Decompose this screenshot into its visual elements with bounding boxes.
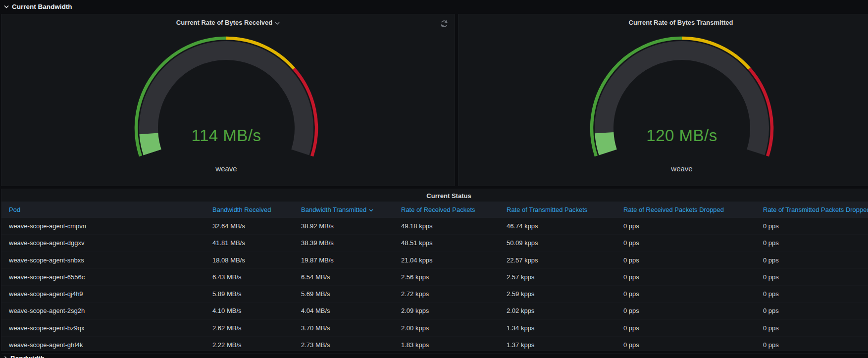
table-row: weave-scope-agent-dggxv41.81 MB/s38.39 M… bbox=[1, 235, 868, 252]
pod-cell: weave-scope-agent-2sg2h bbox=[1, 307, 205, 314]
pod-link[interactable]: weave-scope-agent-snbxs bbox=[9, 256, 84, 264]
table-row: weave-scope-agent-ghf4k2.22 MB/s2.73 MB/… bbox=[1, 337, 868, 354]
value-cell: 38.39 MB/s bbox=[294, 239, 394, 247]
pod-link[interactable]: weave-scope-agent-qj4h9 bbox=[9, 290, 83, 298]
value-cell: 2.56 kpps bbox=[394, 273, 499, 281]
value-cell: 0 pps bbox=[756, 256, 868, 264]
section-header-bandwidth[interactable]: Bandwidth bbox=[4, 355, 45, 358]
pod-link[interactable]: weave-scope-agent-6556c bbox=[9, 273, 85, 281]
column-header-pod[interactable]: Pod bbox=[1, 206, 205, 213]
value-cell: 49.18 kpps bbox=[394, 222, 499, 230]
value-cell: 2.72 kpps bbox=[394, 290, 499, 298]
table-row: weave-scope-agent-cmpvn32.64 MB/s38.92 M… bbox=[1, 218, 868, 235]
value-cell: 0 pps bbox=[756, 273, 868, 281]
value-cell: 22.57 kpps bbox=[499, 256, 616, 264]
column-header-rate-of-received-packets[interactable]: Rate of Received Packets bbox=[394, 206, 499, 213]
pod-link[interactable]: weave-scope-agent-bz9qx bbox=[9, 324, 84, 332]
pod-link[interactable]: weave-scope-agent-dggxv bbox=[9, 239, 84, 247]
value-cell: 0 pps bbox=[756, 324, 868, 332]
value-cell: 41.81 MB/s bbox=[205, 239, 294, 247]
pod-cell: weave-scope-agent-6556c bbox=[1, 273, 205, 281]
section-title: Bandwidth bbox=[10, 355, 45, 358]
panel-bytes-received: Current Rate of Bytes Received 114 MB/s … bbox=[1, 14, 455, 186]
section-title: Current Bandwidth bbox=[12, 3, 72, 10]
value-cell: 18.08 MB/s bbox=[205, 256, 294, 264]
pod-cell: weave-scope-agent-bz9qx bbox=[1, 324, 205, 332]
value-cell: 21.04 kpps bbox=[394, 256, 499, 264]
value-cell: 2.59 kpps bbox=[499, 290, 616, 298]
column-header-bandwidth-received[interactable]: Bandwidth Received bbox=[205, 206, 294, 213]
pod-cell: weave-scope-agent-cmpvn bbox=[1, 222, 205, 230]
value-cell: 0 pps bbox=[616, 324, 756, 332]
column-header-rate-of-transmitted-packets[interactable]: Rate of Transmitted Packets bbox=[499, 206, 616, 213]
value-cell: 2.22 MB/s bbox=[205, 341, 294, 349]
value-cell: 0 pps bbox=[756, 341, 868, 349]
value-cell: 1.37 kpps bbox=[499, 341, 616, 349]
value-cell: 1.34 kpps bbox=[499, 324, 616, 332]
value-cell: 32.64 MB/s bbox=[205, 222, 294, 230]
value-cell: 1.83 kpps bbox=[394, 341, 499, 349]
value-cell: 0 pps bbox=[616, 222, 756, 230]
pod-cell: weave-scope-agent-qj4h9 bbox=[1, 290, 205, 298]
sort-desc-icon bbox=[369, 209, 373, 212]
value-cell: 0 pps bbox=[756, 290, 868, 298]
pod-cell: weave-scope-agent-ghf4k bbox=[1, 341, 205, 349]
column-header-bandwidth-transmitted[interactable]: Bandwidth Transmitted bbox=[294, 206, 394, 213]
value-cell: 2.02 kpps bbox=[499, 307, 616, 314]
value-cell: 5.89 MB/s bbox=[205, 290, 294, 298]
gauge-value-transmitted: 120 MB/s bbox=[588, 126, 776, 145]
panel-bytes-transmitted: Current Rate of Bytes Transmitted 120 MB… bbox=[458, 14, 868, 186]
value-cell: 0 pps bbox=[616, 256, 756, 264]
table-body: weave-scope-agent-cmpvn32.64 MB/s38.92 M… bbox=[1, 218, 868, 354]
value-cell: 50.09 kpps bbox=[499, 239, 616, 247]
chevron-down-icon bbox=[4, 5, 9, 8]
pod-link[interactable]: weave-scope-agent-cmpvn bbox=[9, 222, 86, 230]
table-row: weave-scope-agent-2sg2h4.10 MB/s4.04 MB/… bbox=[1, 303, 868, 319]
pod-cell: weave-scope-agent-dggxv bbox=[1, 239, 205, 247]
value-cell: 0 pps bbox=[616, 290, 756, 298]
table-row: weave-scope-agent-qj4h95.89 MB/s5.69 MB/… bbox=[1, 286, 868, 303]
value-cell: 38.92 MB/s bbox=[294, 222, 394, 230]
value-cell: 0 pps bbox=[756, 222, 868, 230]
value-cell: 19.87 MB/s bbox=[294, 256, 394, 264]
panel-current-status: Current Status PodBandwidth ReceivedBand… bbox=[1, 189, 868, 351]
value-cell: 2.57 kpps bbox=[499, 273, 616, 281]
value-cell: 2.09 kpps bbox=[394, 307, 499, 314]
value-cell: 2.62 MB/s bbox=[205, 324, 294, 332]
table-row: weave-scope-agent-snbxs18.08 MB/s19.87 M… bbox=[1, 252, 868, 269]
value-cell: 46.74 kpps bbox=[499, 222, 616, 230]
value-cell: 48.51 kpps bbox=[394, 239, 499, 247]
column-header-rate-of-received-packets-dropped[interactable]: Rate of Received Packets Dropped bbox=[616, 206, 756, 213]
value-cell: 0 pps bbox=[616, 341, 756, 349]
value-cell: 2.00 kpps bbox=[394, 324, 499, 332]
chevron-right-icon bbox=[4, 356, 7, 358]
pod-cell: weave-scope-agent-snbxs bbox=[1, 256, 205, 264]
value-cell: 0 pps bbox=[756, 239, 868, 247]
value-cell: 6.54 MB/s bbox=[294, 273, 394, 281]
gauge-series-label: weave bbox=[588, 164, 776, 173]
value-cell: 0 pps bbox=[616, 239, 756, 247]
value-cell: 3.70 MB/s bbox=[294, 324, 394, 332]
refresh-icon[interactable] bbox=[440, 19, 449, 28]
value-cell: 4.10 MB/s bbox=[205, 307, 294, 314]
value-cell: 0 pps bbox=[616, 307, 756, 314]
table-header-row: PodBandwidth ReceivedBandwidth Transmitt… bbox=[1, 202, 868, 218]
value-cell: 4.04 MB/s bbox=[294, 307, 394, 314]
value-cell: 0 pps bbox=[756, 307, 868, 314]
gauge-series-label: weave bbox=[132, 164, 320, 173]
table-row: weave-scope-agent-6556c6.43 MB/s6.54 MB/… bbox=[1, 269, 868, 286]
pod-link[interactable]: weave-scope-agent-2sg2h bbox=[9, 307, 85, 314]
value-cell: 0 pps bbox=[616, 273, 756, 281]
section-header-current-bandwidth[interactable]: Current Bandwidth bbox=[0, 0, 868, 13]
gauge-value-received: 114 MB/s bbox=[132, 126, 320, 145]
table-title: Current Status bbox=[1, 189, 868, 200]
table-row: weave-scope-agent-bz9qx2.62 MB/s3.70 MB/… bbox=[1, 320, 868, 337]
pod-link[interactable]: weave-scope-agent-ghf4k bbox=[9, 341, 83, 349]
value-cell: 5.69 MB/s bbox=[294, 290, 394, 298]
column-header-rate-of-transmitted-packets-dropped[interactable]: Rate of Transmitted Packets Dropped bbox=[756, 206, 868, 213]
value-cell: 6.43 MB/s bbox=[205, 273, 294, 281]
value-cell: 2.73 MB/s bbox=[294, 341, 394, 349]
